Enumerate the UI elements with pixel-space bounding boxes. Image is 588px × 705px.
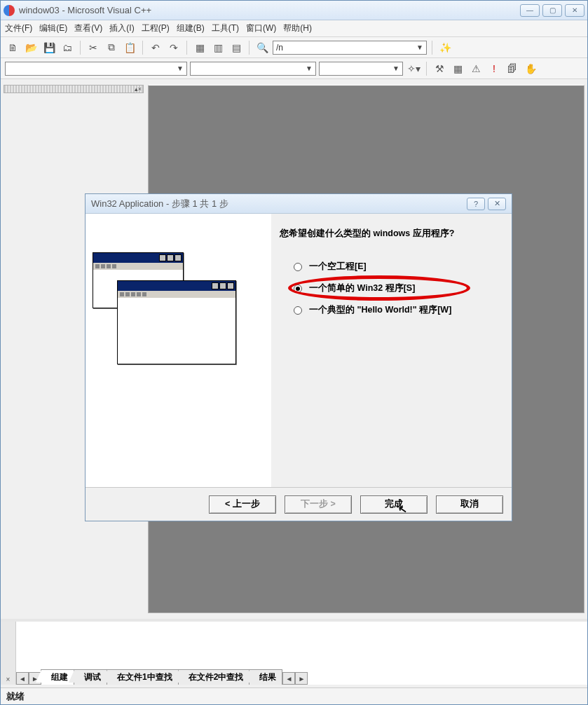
pane-close-icon[interactable]: × (138, 85, 142, 93)
menu-edit[interactable]: 编辑(E) (39, 22, 67, 34)
menubar: 文件(F) 编辑(E) 查看(V) 插入(I) 工程(P) 组建(B) 工具(T… (1, 20, 587, 37)
window-list-icon[interactable]: ▤ (228, 40, 244, 55)
save-all-icon[interactable]: 🗂 (60, 40, 75, 55)
workspace-pane-header[interactable]: ▴ × (4, 85, 144, 93)
go-icon[interactable]: 🗐 (505, 61, 520, 76)
workspace-pane: ▴ × (4, 85, 144, 92)
wizard-question: 您希望创建什么类型的 windows 应用程序? (280, 228, 499, 240)
breakpoint-icon[interactable]: ✋ (523, 61, 538, 76)
radio-label: 一个典型的 "Hello World!" 程序[W] (309, 304, 451, 316)
open-icon[interactable]: 📂 (23, 40, 39, 55)
cancel-button[interactable]: 取消 (436, 495, 503, 514)
undo-icon[interactable]: ↶ (148, 40, 163, 55)
tab-find1[interactable]: 在文件1中查找 (107, 669, 179, 685)
main-window: window03 - Microsoft Visual C++ — ▢ ✕ 文件… (0, 0, 588, 705)
help-button[interactable]: ? (467, 198, 485, 210)
menu-view[interactable]: 查看(V) (74, 22, 102, 34)
titlebar: window03 - Microsoft Visual C++ — ▢ ✕ (1, 1, 587, 20)
save-icon[interactable]: 💾 (41, 40, 57, 55)
chevron-down-icon: ▼ (306, 64, 313, 72)
radio-simple-win32[interactable]: 一个简单的 Win32 程序[S] (294, 281, 499, 296)
chevron-down-icon: ▼ (392, 64, 399, 72)
output-icon[interactable]: ▥ (210, 40, 226, 55)
class-combo[interactable]: ▼ (5, 62, 187, 76)
find-in-files-icon[interactable]: 🔍 (254, 40, 270, 55)
menu-help[interactable]: 帮助(H) (283, 22, 312, 34)
execute-icon[interactable]: ! (486, 61, 502, 76)
menu-project[interactable]: 工程(P) (142, 22, 170, 34)
wizard-close-button[interactable]: ✕ (488, 198, 506, 210)
build-toolbar: ▼ ▼ ▼ ✧▾ ⚒ ▦ ⚠ ! 🗐 ✋ (1, 58, 587, 79)
radio-icon (294, 285, 302, 293)
back-button[interactable]: < 上一步 (209, 495, 276, 514)
output-body: ◄ ► 组建 调试 在文件1中查找 在文件2中查找 结果 ◄ ► (16, 622, 587, 685)
finish-button[interactable]: 完成 ↖ (360, 495, 428, 514)
maximize-button[interactable]: ▢ (542, 4, 562, 17)
tab-scroll-left2[interactable]: ◄ (282, 672, 295, 685)
copy-icon[interactable]: ⧉ (104, 40, 119, 55)
wizard-title-text: Win32 Application - 步骤 1 共 1 步 (91, 198, 464, 210)
close-button[interactable]: ✕ (565, 4, 584, 17)
build-icon[interactable]: ▦ (450, 61, 465, 76)
tile-icon[interactable]: ✨ (437, 40, 453, 55)
radio-icon (294, 306, 302, 315)
paste-icon[interactable]: 📋 (122, 40, 137, 55)
standard-toolbar: 🗎 📂 💾 🗂 ✂ ⧉ 📋 ↶ ↷ ▦ ▥ ▤ 🔍 /n ▼ ✨ (1, 37, 587, 58)
tab-results[interactable]: 结果 (249, 669, 282, 685)
next-button[interactable]: 下一步 > (285, 495, 352, 514)
radio-label: 一个简单的 Win32 程序[S] (309, 282, 415, 294)
redo-icon[interactable]: ↷ (166, 40, 182, 55)
radio-empty-project[interactable]: 一个空工程[E] (294, 259, 499, 274)
illustration-window-icon (117, 280, 236, 364)
menu-build[interactable]: 组建(B) (177, 22, 205, 34)
menu-tools[interactable]: 工具(T) (212, 22, 239, 34)
find-value: /n (276, 43, 283, 53)
wizard-titlebar: Win32 Application - 步骤 1 共 1 步 ? ✕ (86, 194, 512, 214)
output-pane-gutter: × (1, 622, 16, 685)
menu-file[interactable]: 文件(F) (5, 22, 32, 34)
menu-window[interactable]: 窗口(W) (246, 22, 276, 34)
find-combo[interactable]: /n ▼ (273, 41, 427, 55)
wizard-illustration (86, 214, 271, 487)
workspace-icon[interactable]: ▦ (192, 40, 207, 55)
cut-icon[interactable]: ✂ (86, 40, 101, 55)
radio-hello-world[interactable]: 一个典型的 "Hello World!" 程序[W] (294, 303, 499, 317)
config-combo[interactable]: ▼ (319, 62, 403, 76)
status-text: 就绪 (6, 690, 25, 703)
output-tabs: ◄ ► 组建 调试 在文件1中查找 在文件2中查找 结果 ◄ ► (16, 671, 308, 685)
wand-icon[interactable]: ✧▾ (406, 61, 421, 76)
tab-scroll-right2[interactable]: ► (295, 672, 308, 685)
status-bar: 就绪 (1, 687, 587, 704)
minimize-button[interactable]: — (520, 4, 540, 17)
radio-icon (294, 263, 302, 271)
new-text-icon[interactable]: 🗎 (5, 40, 20, 55)
window-title: window03 - Microsoft Visual C++ (19, 5, 520, 15)
compile-icon[interactable]: ⚒ (432, 61, 447, 76)
wizard-dialog: Win32 Application - 步骤 1 共 1 步 ? ✕ (85, 193, 512, 521)
member-combo[interactable]: ▼ (190, 62, 316, 76)
menu-insert[interactable]: 插入(I) (109, 22, 134, 34)
stop-build-icon[interactable]: ⚠ (468, 61, 484, 76)
tab-find2[interactable]: 在文件2中查找 (178, 669, 250, 685)
chevron-down-icon: ▼ (177, 64, 184, 72)
output-close-icon[interactable]: × (6, 676, 11, 683)
wizard-footer: < 上一步 下一步 > 完成 ↖ 取消 (86, 487, 512, 521)
chevron-down-icon: ▼ (416, 43, 423, 51)
app-icon (4, 5, 15, 16)
output-pane: × ◄ ► 组建 调试 在文件1中查找 在文件2中查找 结果 ◄ ► (1, 619, 587, 685)
radio-label: 一个空工程[E] (309, 261, 367, 273)
tab-scroll-left[interactable]: ◄ (16, 672, 29, 685)
